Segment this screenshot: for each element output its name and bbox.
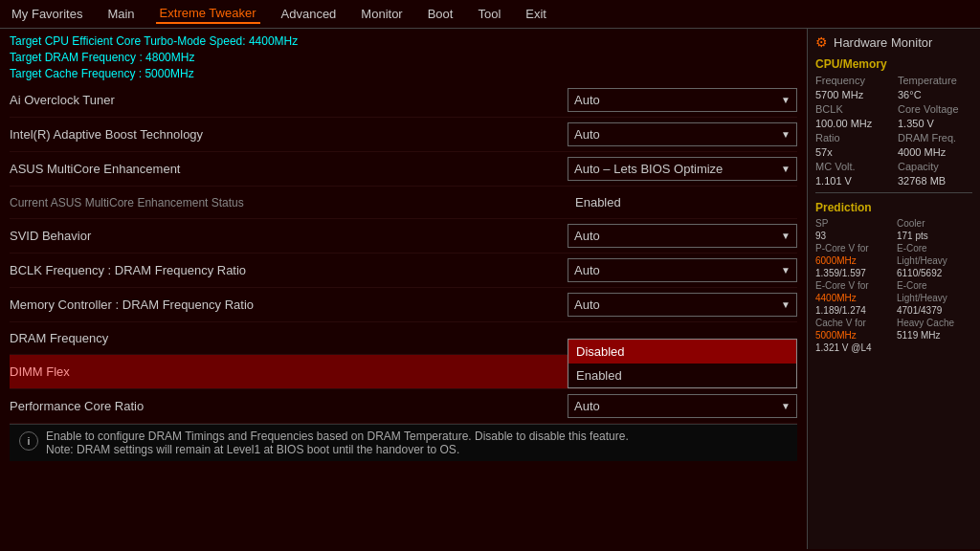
6000mhz-label: 6000MHz xyxy=(815,255,891,266)
sp-value: 93 xyxy=(815,231,891,241)
temp-value: 36°C xyxy=(898,89,972,100)
label-svid: SVID Behavior xyxy=(10,229,568,243)
light-heavy-1: Light/Heavy xyxy=(897,255,972,266)
main-layout: Target CPU Efficient Core Turbo-Mode Spe… xyxy=(0,29,980,549)
info-icon: i xyxy=(19,431,38,451)
right-sidebar: ⚙ Hardware Monitor CPU/Memory Frequency … xyxy=(808,29,980,549)
row-dram-freq: DRAM Frequency Disabled Enabled xyxy=(10,322,797,355)
ecore-freq-value: 4701/4379 xyxy=(897,305,972,316)
nav-boot[interactable]: Boot xyxy=(424,5,457,23)
row-intel-boost: Intel(R) Adaptive Boost Technology Auto … xyxy=(10,118,797,152)
dropdown-options-dram-freq: Disabled Enabled xyxy=(568,339,797,388)
dram-freq-value: 4000 MHz xyxy=(898,146,972,158)
dropdown-intel-boost-value: Auto xyxy=(574,127,600,142)
label-bclk-dram: BCLK Frequency : DRAM Frequency Ratio xyxy=(10,263,568,277)
nav-bar: My Favorites Main Extreme Tweaker Advanc… xyxy=(0,0,980,29)
bottom-info: i Enable to configure DRAM Timings and F… xyxy=(10,424,797,461)
dropdown-perf-core-arrow: ▼ xyxy=(781,401,791,411)
freq-value: 5700 MHz xyxy=(815,89,890,100)
dropdown-bclk-dram-arrow: ▼ xyxy=(781,265,791,276)
dropdown-mc-dram[interactable]: Auto ▼ xyxy=(568,293,797,317)
nav-advanced[interactable]: Advanced xyxy=(278,5,341,23)
nav-extreme-tweaker[interactable]: Extreme Tweaker xyxy=(156,4,260,24)
bclk-label: BCLK xyxy=(815,103,890,115)
bottom-info-line1: Enable to configure DRAM Timings and Fre… xyxy=(46,430,629,443)
content-area: Target CPU Efficient Core Turbo-Mode Spe… xyxy=(0,29,808,549)
label-perf-core: Performance Core Ratio xyxy=(10,399,568,413)
nav-tool[interactable]: Tool xyxy=(474,5,504,23)
bottom-info-line2: Note: DRAM settings will remain at Level… xyxy=(46,443,629,456)
dropdown-intel-boost-arrow: ▼ xyxy=(781,129,791,140)
prediction-title: Prediction xyxy=(815,201,972,214)
bclk-value: 100.00 MHz xyxy=(815,118,890,129)
label-dram-freq: DRAM Frequency xyxy=(10,331,568,345)
label-multicore: ASUS MultiCore Enhancement xyxy=(10,162,568,176)
dropdown-mc-dram-arrow: ▼ xyxy=(781,299,791,310)
ecore-v-label: E-Core V for xyxy=(815,280,891,291)
capacity-value: 32768 MB xyxy=(898,175,972,187)
cooler-value: 171 pts xyxy=(897,231,972,241)
monitor-icon: ⚙ xyxy=(815,34,828,50)
dropdown-multicore[interactable]: Auto – Lets BIOS Optimize ▼ xyxy=(568,157,797,181)
dropdown-ai-overclock-value: Auto xyxy=(574,93,600,107)
sidebar-title: ⚙ Hardware Monitor xyxy=(815,34,972,50)
freq-label: Frequency xyxy=(815,75,890,86)
ratio-label: Ratio xyxy=(815,132,890,143)
sidebar-divider-1 xyxy=(815,192,972,193)
5000mhz-label: 5000MHz xyxy=(815,330,891,341)
cooler-label: Cooler xyxy=(897,218,972,229)
pcore-v-label: P-Core V for xyxy=(815,243,891,253)
cpu-memory-title: CPU/Memory xyxy=(815,57,972,71)
capacity-label: Capacity xyxy=(898,161,972,172)
dropdown-svid-arrow: ▼ xyxy=(781,231,791,241)
label-ai-overclock: Ai Overclock Tuner xyxy=(10,93,568,107)
row-svid: SVID Behavior Auto ▼ xyxy=(10,219,797,253)
core-v-value: 1.350 V xyxy=(898,118,972,129)
row-ai-overclock: Ai Overclock Tuner Auto ▼ xyxy=(10,83,797,118)
option-enabled[interactable]: Enabled xyxy=(568,364,796,387)
mc-volt-value: 1.101 V xyxy=(815,175,890,187)
info-text-0: Target CPU Efficient Core Turbo-Mode Spe… xyxy=(10,34,797,48)
dropdown-bclk-dram-value: Auto xyxy=(574,263,600,277)
mc-volt-label: MC Volt. xyxy=(815,161,890,172)
row-perf-core: Performance Core Ratio Auto ▼ xyxy=(10,389,797,424)
cache-freq-value: 5119 MHz xyxy=(897,330,972,341)
cache-v-empty xyxy=(897,342,972,353)
temp-label: Temperature xyxy=(898,75,972,86)
dropdown-intel-boost[interactable]: Auto ▼ xyxy=(568,122,797,146)
row-bclk-dram: BCLK Frequency : DRAM Frequency Ratio Au… xyxy=(10,253,797,288)
sidebar-title-text: Hardware Monitor xyxy=(834,35,932,50)
nav-monitor[interactable]: Monitor xyxy=(357,5,406,23)
row-multicore-status: Current ASUS MultiCore Enhancement Statu… xyxy=(10,187,797,219)
dropdown-bclk-dram[interactable]: Auto ▼ xyxy=(568,258,797,282)
4400mhz-label: 4400MHz xyxy=(815,293,891,303)
cache-v-value: 1.321 V @L4 xyxy=(815,342,891,353)
label-dimm-flex: DIMM Flex xyxy=(10,364,568,379)
dropdown-perf-core-value: Auto xyxy=(574,399,600,413)
nav-exit[interactable]: Exit xyxy=(522,5,550,23)
ecore-label: E-Core xyxy=(897,243,972,253)
row-multicore: ASUS MultiCore Enhancement Auto – Lets B… xyxy=(10,152,797,187)
bottom-info-text: Enable to configure DRAM Timings and Fre… xyxy=(46,430,629,456)
nav-main[interactable]: Main xyxy=(103,5,138,23)
row-mc-dram: Memory Controller : DRAM Frequency Ratio… xyxy=(10,288,797,322)
cache-v-label: Cache V for xyxy=(815,318,891,328)
core-v-label: Core Voltage xyxy=(898,103,972,115)
dropdown-multicore-value: Auto – Lets BIOS Optimize xyxy=(574,162,723,176)
label-mc-dram: Memory Controller : DRAM Frequency Ratio xyxy=(10,298,568,312)
dropdown-ai-overclock[interactable]: Auto ▼ xyxy=(568,88,797,112)
dropdown-svid[interactable]: Auto ▼ xyxy=(568,224,797,248)
nav-my-favorites[interactable]: My Favorites xyxy=(8,5,86,23)
option-disabled[interactable]: Disabled xyxy=(568,340,796,364)
ecore-v-value: 6110/5692 xyxy=(897,268,972,278)
dropdown-ai-overclock-arrow: ▼ xyxy=(781,95,791,105)
dropdown-perf-core[interactable]: Auto ▼ xyxy=(568,394,797,418)
cpu-memory-grid: Frequency Temperature 5700 MHz 36°C BCLK… xyxy=(815,75,972,187)
dropdown-svid-value: Auto xyxy=(574,229,600,243)
sp-label: SP xyxy=(815,218,891,229)
dram-freq-label: DRAM Freq. xyxy=(898,132,972,143)
value-multicore-status: Enabled xyxy=(568,195,797,209)
dropdown-multicore-arrow: ▼ xyxy=(781,164,791,174)
ratio-value: 57x xyxy=(815,146,890,158)
ecore2-label: E-Core xyxy=(897,280,972,291)
